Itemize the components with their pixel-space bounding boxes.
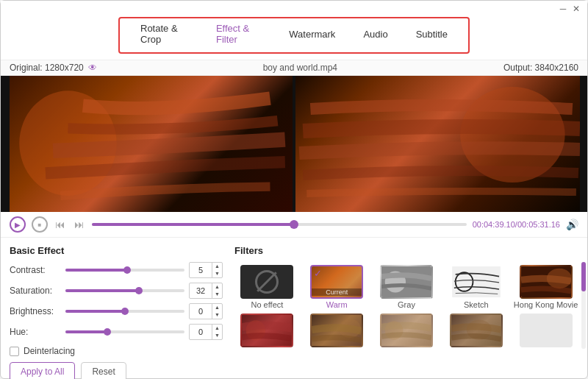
tab-effect[interactable]: Effect & Filter: [203, 20, 274, 48]
filter-no-effect[interactable]: No effect: [234, 265, 300, 309]
brightness-up[interactable]: ▲: [212, 304, 222, 311]
brightness-label: Brightness:: [10, 306, 61, 316]
no-effect-line: [257, 272, 278, 292]
deinterlace-checkbox[interactable]: [10, 347, 19, 356]
filter-warm[interactable]: ✓ Current Warm: [304, 265, 370, 309]
hue-value: 0: [190, 327, 212, 336]
brightness-down[interactable]: ▼: [212, 311, 222, 319]
current-label: Current: [312, 288, 362, 296]
filter-hk-movie[interactable]: Hong Kong Movie: [513, 265, 578, 309]
seek-thumb[interactable]: [290, 220, 298, 229]
saturation-value: 32: [190, 286, 212, 295]
brightness-row: Brightness: 0 ▲ ▼: [10, 303, 223, 319]
hue-up[interactable]: ▲: [212, 325, 222, 332]
filter-label-gray: Gray: [398, 300, 415, 309]
deinterlace-row: Deinterlacing: [10, 346, 223, 356]
filter-6[interactable]: [234, 314, 300, 349]
contrast-spinner[interactable]: 5 ▲ ▼: [189, 262, 223, 278]
filter-sketch[interactable]: Sketch: [443, 265, 509, 309]
saturation-down[interactable]: ▼: [212, 291, 222, 298]
filter-label-sketch: Sketch: [464, 300, 489, 309]
deinterlace-label: Deinterlacing: [24, 346, 75, 356]
contrast-up[interactable]: ▲: [212, 263, 222, 270]
next-button[interactable]: ⏭: [73, 219, 86, 230]
title-bar: ─ ✕: [1, 1, 587, 17]
filters-title: Filters: [234, 245, 578, 256]
contrast-value: 5: [190, 266, 212, 274]
video-panel-right: [295, 76, 580, 212]
saturation-label: Saturation:: [10, 286, 61, 296]
brightness-value: 0: [190, 307, 212, 316]
original-resolution: Original: 1280x720: [10, 63, 84, 73]
time-current: 00:04:39.10: [473, 220, 515, 229]
tab-watermark[interactable]: Watermark: [276, 26, 348, 43]
filter-thumb-gray: [380, 265, 433, 299]
play-button[interactable]: ▶: [10, 216, 26, 233]
filter-scroll: No effect ✓ Current Warm: [234, 262, 578, 349]
video-preview: [1, 76, 587, 212]
filter-thumb-7: [310, 314, 363, 347]
main-window: ─ ✕ Rotate & Crop Effect & Filter Waterm…: [0, 0, 588, 379]
hue-spinner[interactable]: 0 ▲ ▼: [189, 324, 223, 340]
video-filename: boy and world.mp4: [263, 63, 337, 73]
contrast-row: Contrast: 5 ▲ ▼: [10, 262, 223, 278]
minimize-button[interactable]: ─: [558, 4, 568, 14]
saturation-row: Saturation: 32 ▲ ▼: [10, 283, 223, 299]
filter-gray[interactable]: Gray: [374, 265, 440, 309]
reset-button[interactable]: Reset: [81, 362, 126, 379]
hue-slider[interactable]: [65, 330, 184, 333]
contrast-down[interactable]: ▼: [212, 270, 222, 277]
svg-rect-1: [8, 76, 10, 212]
time-total: 00:05:31.16: [517, 220, 560, 229]
output-resolution: Output: 3840x2160: [503, 63, 578, 73]
brightness-slider[interactable]: [65, 310, 184, 313]
saturation-up[interactable]: ▲: [212, 283, 222, 291]
seek-fill: [92, 223, 294, 226]
playback-bar: ▶ ■ ⏮ ⏭ 00:04:39.10/00:05:31.16 🔊: [1, 212, 587, 238]
filter-8[interactable]: [374, 314, 440, 349]
time-display: 00:04:39.10/00:05:31.16: [473, 220, 560, 229]
bottom-buttons: Apply to All Reset: [10, 362, 223, 379]
no-effect-circle: [255, 270, 279, 294]
brightness-spinner[interactable]: 0 ▲ ▼: [189, 303, 223, 319]
stop-button[interactable]: ■: [32, 216, 48, 233]
hue-label: Hue:: [10, 327, 61, 337]
filter-scroll-thumb[interactable]: [581, 262, 586, 291]
tab-subtitle[interactable]: Subtitle: [403, 26, 461, 43]
prev-button[interactable]: ⏮: [54, 219, 67, 230]
tab-audio[interactable]: Audio: [350, 26, 401, 43]
filter-7[interactable]: [304, 314, 370, 349]
tab-bar-wrapper: Rotate & Crop Effect & Filter Watermark …: [1, 17, 587, 60]
filter-thumb-warm: ✓ Current: [310, 265, 363, 299]
filter-thumb-9: [450, 314, 503, 347]
filter-label-no-effect: No effect: [251, 300, 283, 309]
volume-icon[interactable]: 🔊: [566, 219, 578, 230]
apply-to-all-button[interactable]: Apply to All: [10, 362, 75, 379]
filters-grid: No effect ✓ Current Warm: [234, 265, 578, 349]
filter-thumb-no-effect: [240, 265, 293, 299]
saturation-slider[interactable]: [65, 289, 184, 292]
eye-icon[interactable]: 👁: [88, 63, 97, 73]
filters-panel: Filters No effect: [234, 245, 578, 379]
filter-scrollbar[interactable]: [581, 262, 586, 349]
seek-bar[interactable]: [92, 223, 467, 226]
video-panel-left: [8, 76, 293, 212]
hue-row: Hue: 0 ▲ ▼: [10, 324, 223, 340]
filter-thumb-8: [380, 314, 433, 347]
filter-label-warm: Warm: [326, 300, 348, 309]
contrast-slider[interactable]: [65, 269, 184, 272]
contrast-label: Contrast:: [10, 265, 61, 275]
filter-10[interactable]: [513, 314, 578, 349]
filter-label-hk: Hong Kong Movie: [514, 300, 578, 309]
video-canvas-right: [295, 76, 580, 212]
filter-thumb-hk: [520, 265, 573, 299]
video-info-bar: Original: 1280x720 👁 boy and world.mp4 O…: [1, 60, 587, 76]
filter-check-warm: ✓: [314, 268, 322, 279]
tab-rotate[interactable]: Rotate & Crop: [127, 20, 201, 48]
filter-9[interactable]: [443, 314, 509, 349]
hue-down[interactable]: ▼: [212, 332, 222, 339]
svg-point-0: [19, 91, 116, 196]
saturation-spinner[interactable]: 32 ▲ ▼: [189, 283, 223, 299]
basic-effect-title: Basic Effect: [10, 245, 223, 256]
close-button[interactable]: ✕: [571, 4, 581, 14]
